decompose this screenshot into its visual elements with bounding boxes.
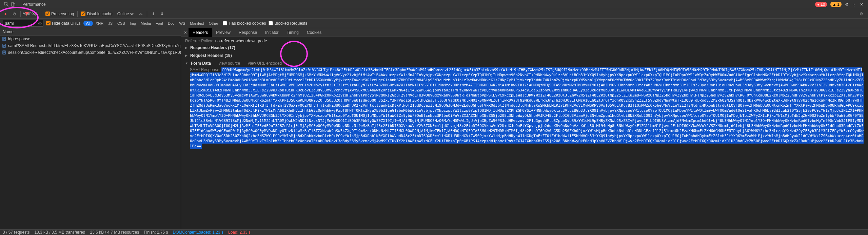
name-column-header[interactable]: Name	[0, 28, 181, 36]
status-load: Load: 2.33 s	[228, 230, 251, 235]
inspect-icon[interactable]	[4, 2, 9, 7]
saml-response-value[interactable]: PD94bWwgdmVyc2lvbj0iMS4wIiBlbmNvZGluZz0i…	[190, 67, 864, 149]
filter-type-other[interactable]: Other	[207, 21, 220, 26]
clear-filter-icon[interactable]: ⊗	[38, 21, 42, 26]
request-row[interactable]: idpresponse	[0, 36, 181, 42]
settings-icon[interactable]: ⚙	[845, 2, 849, 7]
request-list-panel: Name idpresponsesaml?SAMLRequest=fVLLbts…	[0, 28, 181, 229]
referrer-policy-value: no-referrer-when-downgrade	[215, 39, 267, 44]
network-settings-icon[interactable]: ⚙	[860, 12, 865, 16]
clear-icon[interactable]: ⊘	[12, 11, 17, 17]
filter-type-manifest[interactable]: Manifest	[188, 21, 206, 26]
detail-tab-preview[interactable]: Preview	[212, 28, 235, 37]
close-devtools-icon[interactable]: ✕	[860, 2, 863, 7]
warning-count-badge[interactable]: ▲ 1	[830, 2, 842, 7]
status-resources: 23.5 kB / 4.7 MB resources	[90, 230, 139, 235]
detail-tab-cookies[interactable]: Cookies	[303, 28, 326, 37]
device-icon[interactable]	[11, 2, 16, 7]
filter-type-xhr[interactable]: XHR	[94, 21, 105, 26]
svg-rect-2	[13, 3, 15, 6]
main-tab-bar: ElementsConsoleSourcesNetworkPerformance…	[0, 0, 868, 9]
hide-data-urls-checkbox[interactable]: Hide data URLs	[46, 21, 81, 26]
throttling-select[interactable]: Online	[116, 11, 135, 17]
status-requests: 3 / 57 requests	[3, 230, 29, 235]
preserve-log-checkbox[interactable]: Preserve log	[45, 12, 74, 16]
detail-tab-headers[interactable]: Headers	[189, 28, 212, 37]
detail-tab-response[interactable]: Response	[235, 28, 261, 37]
request-row[interactable]: saml?SAMLRequest=fVLLbtswELz3KwTeKVGUZcu…	[0, 42, 181, 49]
tab-performance[interactable]: Performance	[18, 0, 50, 9]
record-icon[interactable]: ●	[3, 11, 8, 17]
view-url-encoded-link[interactable]: view URL encoded	[248, 61, 282, 66]
filter-bar: ⊗ Hide data URLs AllXHRJSCSSImgMediaFont…	[0, 19, 868, 28]
view-source-link[interactable]: view source	[219, 61, 240, 66]
filter-input[interactable]	[3, 20, 43, 27]
referrer-policy-key: Referrer Policy:	[185, 39, 213, 44]
request-headers-section[interactable]: Request Headers (19)	[185, 52, 864, 60]
filter-type-js[interactable]: JS	[106, 21, 115, 26]
more-icon[interactable]: ⋮	[852, 2, 856, 7]
filter-toggle-icon[interactable]	[24, 11, 29, 17]
network-toolbar: ● ⊘ Preserve log Disable cache Online ⬆ …	[0, 9, 868, 19]
filter-type-css[interactable]: CSS	[115, 21, 127, 26]
filter-type-ws[interactable]: WS	[177, 21, 188, 26]
status-transferred: 18.3 kB / 3.5 MB transferred	[34, 230, 85, 235]
filter-type-media[interactable]: Media	[139, 21, 153, 26]
filter-type-font[interactable]: Font	[154, 21, 165, 26]
detail-tab-timing[interactable]: Timing	[282, 28, 303, 37]
request-row[interactable]: sessionCookieRedirect?checkAccountSetupC…	[0, 49, 181, 56]
search-icon[interactable]	[33, 11, 38, 17]
blocked-requests-checkbox[interactable]: Blocked Requests	[269, 21, 307, 26]
blocked-cookies-checkbox[interactable]: Has blocked cookies	[223, 21, 266, 26]
filter-type-img[interactable]: Img	[128, 21, 138, 26]
form-data-section[interactable]: Form Data view source view URL encoded	[185, 60, 864, 67]
request-detail-panel: × HeadersPreviewResponseInitiatorTimingC…	[181, 28, 868, 229]
import-har-icon[interactable]: ⬆	[151, 11, 156, 17]
error-count-badge[interactable]: ● 10	[815, 2, 827, 7]
filter-type-all[interactable]: All	[83, 21, 93, 26]
status-dcl: DOMContentLoaded: 1.23 s	[173, 230, 223, 235]
saml-response-key: SAMLResponse:	[190, 67, 220, 72]
detail-tab-initiator[interactable]: Initiator	[261, 28, 282, 37]
disable-cache-checkbox[interactable]: Disable cache	[81, 12, 112, 16]
svg-point-3	[34, 12, 37, 15]
status-bar: 3 / 57 requests 18.3 kB / 3.5 MB transfe…	[0, 229, 868, 235]
status-finish: Finish: 2.75 s	[144, 230, 168, 235]
close-detail-icon[interactable]: ×	[182, 30, 189, 35]
response-headers-section[interactable]: Response Headers (17)	[185, 44, 864, 52]
network-conditions-icon[interactable]	[138, 11, 143, 17]
filter-type-doc[interactable]: Doc	[166, 21, 177, 26]
export-har-icon[interactable]: ⬇	[159, 11, 165, 17]
